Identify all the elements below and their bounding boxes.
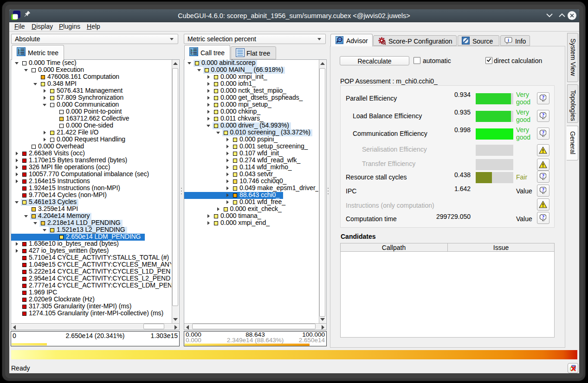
svg-text:?: ? — [542, 173, 544, 179]
svg-text:?: ? — [542, 187, 544, 192]
svg-text:?: ? — [542, 130, 544, 135]
svg-text:?: ? — [542, 214, 544, 220]
svg-text:?: ? — [542, 95, 544, 100]
svg-text:?: ? — [542, 112, 544, 118]
svg-text:i: i — [508, 38, 509, 43]
